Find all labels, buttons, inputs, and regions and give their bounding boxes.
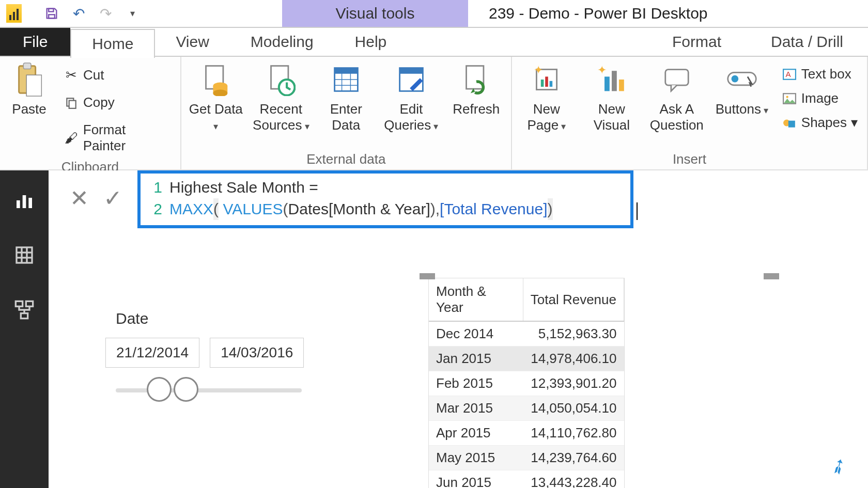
- image-icon: [782, 91, 797, 106]
- undo-button[interactable]: ↶: [70, 5, 87, 22]
- tab-view[interactable]: View: [155, 28, 229, 56]
- formula-cancel-button[interactable]: ✕: [70, 185, 89, 211]
- svg-rect-43: [17, 247, 32, 263]
- refresh-icon: [458, 61, 495, 98]
- buttons-label: Buttons: [716, 101, 768, 117]
- svg-rect-49: [26, 301, 33, 306]
- table-header-revenue[interactable]: Total Revenue: [523, 278, 624, 321]
- tab-home[interactable]: Home: [70, 29, 155, 58]
- refresh-button[interactable]: Refresh: [448, 61, 505, 117]
- cut-button[interactable]: ✂Cut: [60, 65, 174, 85]
- cell-revenue: 14,110,762.80: [523, 421, 624, 446]
- table-header-month[interactable]: Month & Year: [429, 278, 523, 321]
- svg-rect-1: [49, 14, 55, 18]
- formula-bar: ✕ ✓ 1Highest Sale Month = 2 MAXX( VALUES…: [55, 170, 868, 232]
- cell-month: Apr 2015: [429, 421, 523, 446]
- tab-file[interactable]: File: [0, 28, 70, 56]
- enter-data-button[interactable]: Enter Data: [318, 61, 375, 133]
- svg-rect-48: [16, 301, 22, 306]
- slider-thumb-start[interactable]: [147, 377, 172, 402]
- table-visual[interactable]: Month & Year Total Revenue Dec 20145,152…: [428, 278, 625, 488]
- ribbon-group-clipboard: Paste ✂Cut Copy 🖌Format Painter Clipboar…: [0, 57, 181, 169]
- table-row[interactable]: Feb 201512,393,901.20: [429, 371, 624, 396]
- app-icon: [6, 4, 22, 23]
- data-view-button[interactable]: [10, 241, 39, 270]
- recent-sources-button[interactable]: Recent Sources: [253, 61, 309, 133]
- edit-queries-button[interactable]: Edit Queries: [383, 61, 440, 133]
- tab-help[interactable]: Help: [334, 28, 408, 56]
- slicer-to-input[interactable]: 14/03/2016: [210, 338, 304, 368]
- ribbon-tabs: File Home View Modeling Help Format Data…: [0, 28, 868, 57]
- svg-rect-26: [549, 81, 552, 87]
- new-visual-label: New Visual: [583, 101, 640, 133]
- svg-rect-0: [49, 9, 53, 12]
- subscribe-icon: ➶: [825, 451, 852, 481]
- svg-rect-42: [28, 198, 32, 208]
- svg-rect-30: [619, 80, 624, 91]
- svg-rect-21: [466, 66, 483, 89]
- new-visual-button[interactable]: ✦ New Visual: [583, 61, 640, 133]
- table-row[interactable]: Dec 20145,152,963.30: [429, 321, 624, 347]
- report-canvas[interactable]: ✕ ✓ 1Highest Sale Month = 2 MAXX( VALUES…: [49, 170, 868, 488]
- ribbon-group-external-data: Get Data Recent Sources Enter Data Edit …: [181, 57, 512, 169]
- ribbon: Paste ✂Cut Copy 🖌Format Painter Clipboar…: [0, 57, 868, 170]
- get-data-icon: [197, 61, 235, 98]
- svg-rect-3: [23, 63, 31, 69]
- cell-revenue: 5,152,963.30: [523, 321, 624, 347]
- table-row[interactable]: Apr 201514,110,762.80: [429, 421, 624, 446]
- svg-rect-31: [665, 70, 688, 86]
- qat-customize-dropdown[interactable]: ▾: [124, 5, 141, 22]
- svg-rect-41: [23, 195, 26, 208]
- redo-button[interactable]: ↷: [97, 5, 114, 22]
- brush-icon: 🖌: [64, 130, 79, 146]
- svg-text:✦: ✦: [597, 65, 607, 76]
- svg-rect-39: [788, 120, 795, 127]
- model-view-button[interactable]: [10, 295, 39, 324]
- table-row[interactable]: Jan 201514,978,406.10: [429, 347, 624, 371]
- slicer-title: Date: [105, 310, 312, 327]
- format-painter-button[interactable]: 🖌Format Painter: [60, 120, 174, 156]
- cell-month: Jan 2015: [429, 347, 523, 371]
- paste-button[interactable]: Paste: [6, 61, 52, 117]
- table-row[interactable]: Mar 201514,050,054.10: [429, 396, 624, 421]
- copy-icon: [64, 95, 79, 111]
- svg-rect-14: [334, 68, 358, 74]
- workspace: ✕ ✓ 1Highest Sale Month = 2 MAXX( VALUES…: [0, 170, 868, 488]
- svg-rect-50: [21, 313, 27, 319]
- save-button[interactable]: [43, 5, 60, 22]
- svg-rect-40: [17, 200, 20, 208]
- tab-format[interactable]: Format: [647, 28, 746, 56]
- cell-revenue: 12,393,901.20: [523, 371, 624, 396]
- buttons-button[interactable]: Buttons: [714, 61, 770, 117]
- image-button[interactable]: Image: [779, 88, 861, 108]
- formula-commit-button[interactable]: ✓: [103, 185, 122, 211]
- table-row[interactable]: May 201514,239,764.60: [429, 446, 624, 470]
- cell-revenue: 14,239,764.60: [523, 446, 624, 470]
- formula-editor[interactable]: 1Highest Sale Month = 2 MAXX( VALUES( Da…: [137, 170, 633, 228]
- svg-rect-29: [612, 71, 617, 91]
- date-slicer[interactable]: Date 21/12/2014 14/03/2016: [105, 310, 312, 392]
- ask-question-button[interactable]: Ask A Question: [648, 61, 705, 133]
- new-page-button[interactable]: ✦ New Page: [518, 61, 575, 133]
- textbox-icon: A: [782, 67, 797, 82]
- textbox-button[interactable]: AText box: [779, 64, 861, 84]
- slicer-from-input[interactable]: 21/12/2014: [105, 338, 199, 368]
- svg-rect-24: [541, 80, 544, 87]
- tab-modeling[interactable]: Modeling: [230, 28, 334, 56]
- paste-label: Paste: [12, 101, 47, 117]
- report-view-button[interactable]: [10, 186, 39, 215]
- text-cursor: [637, 202, 638, 220]
- slicer-slider[interactable]: [116, 388, 302, 392]
- button-icon: [723, 61, 761, 98]
- edit-queries-icon: [393, 61, 430, 98]
- table-row[interactable]: Jun 201513,443,228.40: [429, 470, 624, 489]
- get-data-button[interactable]: Get Data: [188, 61, 244, 133]
- copy-button[interactable]: Copy: [60, 92, 174, 113]
- slider-thumb-end[interactable]: [174, 377, 198, 402]
- shapes-button[interactable]: Shapes ▾: [779, 113, 861, 133]
- tab-data-drill[interactable]: Data / Drill: [746, 28, 868, 56]
- table-icon: [328, 61, 365, 98]
- cell-month: Dec 2014: [429, 321, 523, 347]
- group-label-insert: Insert: [518, 148, 861, 167]
- svg-text:A: A: [785, 70, 791, 78]
